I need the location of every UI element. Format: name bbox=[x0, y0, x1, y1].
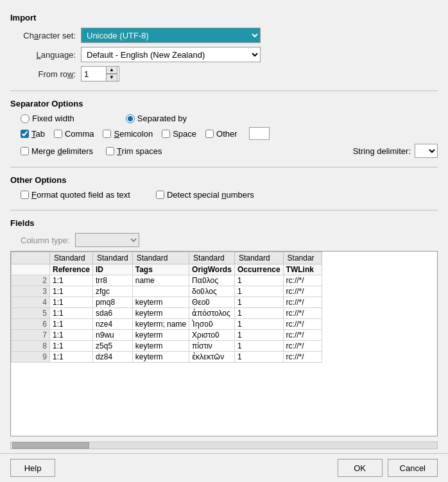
other-label: Other bbox=[216, 129, 237, 139]
table-row: 31:1zfgcδοῦλος1rc://*/ bbox=[12, 286, 322, 297]
std-header-3: Standard bbox=[132, 252, 189, 264]
table-row: 21:1trr8nameΠαῦλος1rc://*/ bbox=[12, 275, 322, 286]
table-cell: 1:1 bbox=[50, 286, 93, 297]
column-header-row: Reference ID Tags OrigWords Occurrence T… bbox=[12, 264, 322, 275]
language-select[interactable]: Default - English (New Zealand) bbox=[81, 47, 261, 62]
std-header-2: Standard bbox=[93, 252, 133, 264]
table-cell: zfgc bbox=[93, 286, 133, 297]
scrollbar-thumb[interactable] bbox=[12, 442, 89, 449]
table-cell: rc://*/ bbox=[283, 308, 322, 319]
semicolon-checkbox[interactable] bbox=[103, 130, 111, 138]
data-table-container[interactable]: Standard Standard Standard Standard Stan… bbox=[10, 251, 438, 436]
fromrow-row: From row: 1 ▲ ▼ bbox=[10, 66, 438, 82]
col-header-tags: Tags bbox=[132, 264, 189, 275]
table-cell: Χριστοῦ bbox=[189, 330, 235, 341]
comma-checkbox[interactable] bbox=[54, 130, 62, 138]
trim-spaces-option[interactable]: Trim spaces bbox=[106, 146, 162, 156]
std-header-4: Standard bbox=[189, 252, 235, 264]
merge-delimiters-label: Merge delimiters bbox=[31, 146, 93, 156]
table-cell: 1:1 bbox=[50, 308, 93, 319]
charset-label: Character set: bbox=[10, 31, 81, 40]
separated-by-label: Separated by bbox=[137, 114, 187, 123]
language-label: Language: bbox=[10, 50, 81, 60]
charset-row: Character set: Unicode (UTF-8) bbox=[10, 28, 438, 43]
column-type-row: Column type: Standard Text Date bbox=[21, 233, 438, 247]
standard-header-row: Standard Standard Standard Standard Stan… bbox=[12, 252, 322, 264]
spinner-buttons[interactable]: ▲ ▼ bbox=[106, 66, 117, 82]
std-header-6: Standar bbox=[283, 252, 322, 264]
semicolon-option[interactable]: Semicolon bbox=[103, 129, 153, 139]
dialog-footer: Help OK Cancel bbox=[0, 453, 448, 482]
table-cell: rc://*/ bbox=[283, 286, 322, 297]
detect-special-checkbox[interactable] bbox=[156, 191, 164, 199]
fields-section: Fields Column type: Standard Text Date S… bbox=[10, 216, 438, 453]
ok-button[interactable]: OK bbox=[338, 459, 383, 477]
string-delimiter-select[interactable]: " ' bbox=[415, 144, 438, 158]
merge-delimiters-checkbox[interactable] bbox=[21, 147, 29, 155]
space-option[interactable]: Space bbox=[162, 129, 196, 139]
other-options-section: Other Options Format quoted field as tex… bbox=[10, 173, 438, 200]
fromrow-spinner[interactable]: 1 ▲ ▼ bbox=[81, 66, 119, 82]
tab-option[interactable]: Tab bbox=[21, 129, 45, 139]
fixed-width-option[interactable]: Fixed width bbox=[21, 114, 74, 123]
trim-spaces-checkbox[interactable] bbox=[106, 147, 114, 155]
other-text-input[interactable] bbox=[249, 127, 270, 140]
table-cell: ἐκλεκτῶν bbox=[189, 352, 235, 363]
table-cell: 1 bbox=[234, 297, 283, 308]
semicolon-label: Semicolon bbox=[114, 129, 153, 139]
trim-spaces-label: Trim spaces bbox=[117, 146, 162, 156]
comma-option[interactable]: Comma bbox=[54, 129, 94, 139]
merge-delimiters-option[interactable]: Merge delimiters bbox=[21, 146, 93, 156]
col-header-origwords: OrigWords bbox=[189, 264, 235, 275]
cancel-button[interactable]: Cancel bbox=[388, 459, 438, 477]
table-cell: keyterm bbox=[132, 352, 189, 363]
table-body: 21:1trr8nameΠαῦλος1rc://*/ 31:1zfgcδοῦλο… bbox=[12, 275, 322, 363]
charset-select[interactable]: Unicode (UTF-8) bbox=[81, 28, 261, 43]
table-cell: dz84 bbox=[93, 352, 133, 363]
detect-special-option[interactable]: Detect special numbers bbox=[156, 190, 254, 200]
table-cell: n9wu bbox=[93, 330, 133, 341]
row-number: 8 bbox=[12, 341, 50, 352]
help-button[interactable]: Help bbox=[10, 459, 55, 477]
separated-by-radio[interactable] bbox=[126, 114, 135, 123]
separated-by-option[interactable]: Separated by bbox=[126, 114, 187, 123]
table-cell: Ἰησοῦ bbox=[189, 319, 235, 330]
fixed-width-radio[interactable] bbox=[21, 114, 30, 123]
other-option[interactable]: Other bbox=[205, 129, 237, 139]
column-type-select[interactable]: Standard Text Date bbox=[75, 233, 139, 247]
table-cell: nze4 bbox=[93, 319, 133, 330]
table-cell: pmq8 bbox=[93, 297, 133, 308]
row-number: 7 bbox=[12, 330, 50, 341]
spinner-down[interactable]: ▼ bbox=[106, 74, 117, 82]
row-number: 2 bbox=[12, 275, 50, 286]
std-header-5: Standard bbox=[234, 252, 283, 264]
table-cell: Παῦλος bbox=[189, 275, 235, 286]
separator-radio-row: Fixed width Separated by bbox=[21, 114, 438, 123]
other-checkbox[interactable] bbox=[205, 130, 214, 138]
table-row: 71:1n9wukeytermΧριστοῦ1rc://*/ bbox=[12, 330, 322, 341]
language-row: Language: Default - English (New Zealand… bbox=[10, 47, 438, 62]
table-cell: rc://*/ bbox=[283, 319, 322, 330]
table-cell: rc://*/ bbox=[283, 330, 322, 341]
table-cell: 1:1 bbox=[50, 330, 93, 341]
table-row: 51:1sda6keytermἀπόστολος1rc://*/ bbox=[12, 308, 322, 319]
other-options-row: Format quoted field as text Detect speci… bbox=[21, 190, 438, 200]
table-cell: 1:1 bbox=[50, 297, 93, 308]
table-cell: 1:1 bbox=[50, 319, 93, 330]
fields-title: Fields bbox=[10, 218, 438, 228]
horizontal-scrollbar[interactable] bbox=[10, 442, 438, 449]
spinner-up[interactable]: ▲ bbox=[106, 66, 117, 74]
fromrow-label: From row: bbox=[10, 69, 81, 79]
table-cell: 1:1 bbox=[50, 352, 93, 363]
table-cell: 1 bbox=[234, 319, 283, 330]
format-quoted-option[interactable]: Format quoted field as text bbox=[21, 190, 130, 200]
tab-checkbox[interactable] bbox=[21, 130, 29, 138]
space-checkbox[interactable] bbox=[162, 130, 170, 138]
table-cell bbox=[132, 286, 189, 297]
row-number: 6 bbox=[12, 319, 50, 330]
table-cell: ἀπόστολος bbox=[189, 308, 235, 319]
row-num-header bbox=[12, 252, 50, 264]
format-quoted-checkbox[interactable] bbox=[21, 191, 29, 199]
comma-label: Comma bbox=[65, 129, 94, 139]
fromrow-input[interactable]: 1 bbox=[82, 69, 106, 79]
